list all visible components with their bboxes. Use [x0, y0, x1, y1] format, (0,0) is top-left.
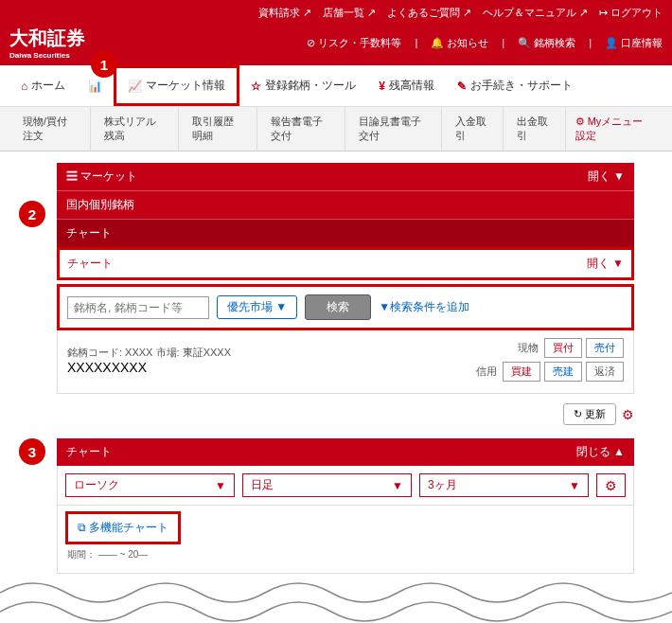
- buy-margin-button[interactable]: 買建: [503, 362, 540, 382]
- link-risk[interactable]: ⊘ リスク・手数料等: [307, 36, 401, 50]
- callout-badge-2: 2: [19, 201, 45, 227]
- add-condition-link[interactable]: ▼検索条件を追加: [379, 299, 469, 315]
- stock-name: XXXXXXXXX: [67, 360, 231, 375]
- link-notice[interactable]: 🔔 お知らせ: [431, 36, 488, 50]
- link-shiryo[interactable]: 資料請求 ↗: [258, 6, 311, 20]
- link-help[interactable]: ヘルプ＆マニュアル ↗: [483, 6, 588, 20]
- search-row: 優先市場 ▼ 検索 ▼検索条件を追加: [57, 284, 634, 330]
- settings-icon[interactable]: ⚙: [622, 407, 634, 422]
- trend-icon: 📈: [128, 80, 142, 93]
- repay-button[interactable]: 返済: [586, 362, 624, 382]
- callout-badge-1: 1: [91, 51, 117, 78]
- callout-badge-3: 3: [19, 438, 45, 465]
- stock-code-label: 銘柄コード: XXXX 市場: 東証XXXX: [67, 346, 231, 360]
- chart-panel-header[interactable]: チャート 閉じる ▲: [57, 438, 634, 466]
- chart-tab-header: チャート: [57, 219, 634, 247]
- nav-procedures[interactable]: ✎お手続き・サポート: [446, 65, 584, 106]
- stock-search-input[interactable]: [67, 296, 209, 319]
- logout-link[interactable]: ↦ ログアウト: [599, 6, 663, 20]
- pen-icon: ✎: [457, 80, 467, 93]
- subnav-deposit[interactable]: 入金取引: [442, 107, 504, 151]
- mymenu-settings[interactable]: ⚙ Myメニュー設定: [566, 107, 663, 151]
- nav-market[interactable]: 📈マーケット情報: [114, 65, 239, 106]
- chart-icon: 📊: [88, 80, 102, 93]
- candle-select[interactable]: ローソク▼: [65, 473, 235, 497]
- stock-row: 銘柄コード: XXXX 市場: 東証XXXX XXXXXXXXX 現物 買付 売…: [57, 330, 634, 394]
- domestic-header: 国内個別銘柄: [57, 190, 634, 219]
- subnav-prospectus[interactable]: 目論見書電子交付: [345, 107, 442, 151]
- logo: 大和証券 Daiwa Securities: [9, 26, 85, 60]
- subnav-genbutsu[interactable]: 現物/買付注文: [9, 107, 91, 151]
- subnav-withdraw[interactable]: 出金取引: [504, 107, 565, 151]
- close-toggle[interactable]: 閉じる ▲: [576, 444, 625, 460]
- multichart-button[interactable]: ⧉ 多機能チャート: [65, 511, 181, 544]
- subnav-report[interactable]: 報告書電子交付: [257, 107, 345, 151]
- period-select[interactable]: 3ヶ月▼: [419, 473, 589, 497]
- open-toggle-2[interactable]: 開く ▼: [587, 256, 624, 272]
- period-label: 期間： —— ~ 20—: [58, 544, 633, 565]
- sell-margin-button[interactable]: 売建: [544, 362, 582, 382]
- timeframe-select[interactable]: 日足▼: [242, 473, 412, 497]
- search-button[interactable]: 検索: [305, 294, 371, 320]
- shinyo-label: 信用: [476, 365, 497, 379]
- link-search[interactable]: 🔍 銘柄検索: [518, 36, 575, 50]
- subnav-real[interactable]: 株式リアル残高: [91, 107, 179, 151]
- subnav-history[interactable]: 取引履歴明細: [179, 107, 258, 151]
- sub-nav: 現物/買付注文 株式リアル残高 取引履歴明細 報告書電子交付 目論見書電子交付 …: [0, 107, 672, 151]
- genbutsu-label: 現物: [518, 341, 539, 355]
- wave-divider: [0, 574, 672, 623]
- star-icon: ☆: [251, 80, 261, 93]
- nav-balance[interactable]: ¥残高情報: [367, 65, 446, 106]
- buy-button[interactable]: 買付: [544, 338, 582, 358]
- link-faq[interactable]: よくあるご質問 ↗: [387, 6, 471, 20]
- chart-settings-icon[interactable]: ⚙: [596, 473, 626, 497]
- link-tenpo[interactable]: 店舗一覧 ↗: [323, 6, 376, 20]
- nav-home[interactable]: ⌂ホーム: [9, 65, 77, 106]
- update-button[interactable]: ↻ 更新: [563, 403, 616, 425]
- sell-button[interactable]: 売付: [586, 338, 624, 358]
- market-header[interactable]: ☰ マーケット 開く ▼: [57, 163, 634, 190]
- yen-icon: ¥: [379, 80, 385, 93]
- home-icon: ⌂: [21, 80, 27, 93]
- link-account[interactable]: 👤 口座情報: [605, 36, 663, 50]
- chart-options-row: ローソク▼ 日足▼ 3ヶ月▼ ⚙: [57, 466, 634, 506]
- nav-registered[interactable]: ☆登録銘柄・ツール: [239, 65, 367, 106]
- open-toggle[interactable]: 開く ▼: [588, 169, 625, 185]
- chart-expand[interactable]: チャート 開く ▼: [57, 247, 634, 280]
- priority-market-select[interactable]: 優先市場 ▼: [217, 295, 297, 319]
